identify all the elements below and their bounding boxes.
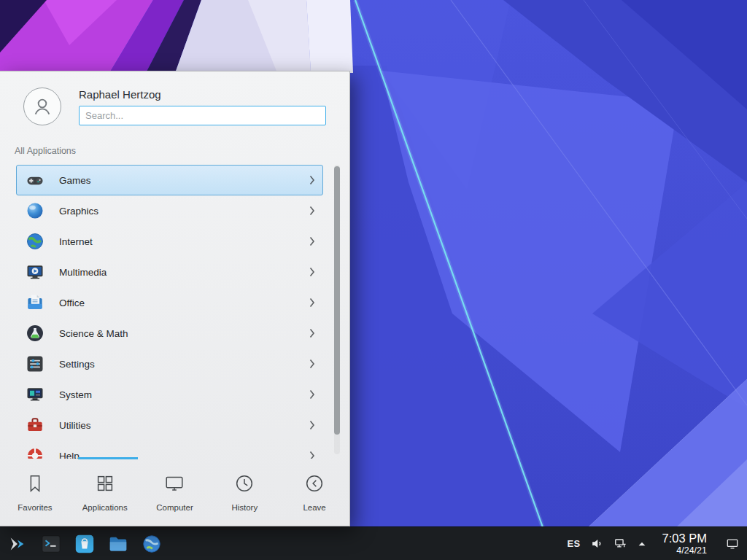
system-monitor-icon bbox=[24, 384, 46, 405]
category-label: Science & Math bbox=[59, 328, 309, 339]
internet-globe-icon bbox=[24, 230, 46, 252]
volume-icon[interactable] bbox=[590, 537, 604, 551]
category-list: Games Graphics bbox=[0, 159, 349, 459]
digital-clock[interactable]: 7:03 PM 4/24/21 bbox=[662, 532, 707, 555]
terminal-icon[interactable] bbox=[39, 532, 63, 556]
monitor-icon bbox=[163, 472, 185, 497]
clock-icon bbox=[233, 472, 255, 497]
footer-tabs: Favorites Applications Computer History bbox=[0, 459, 349, 526]
category-row-system[interactable]: System bbox=[16, 379, 323, 410]
category-row-settings[interactable]: Settings bbox=[16, 349, 323, 379]
category-label: Multimedia bbox=[59, 267, 309, 278]
show-desktop-icon[interactable] bbox=[725, 537, 740, 551]
taskbar-launcher-area bbox=[6, 532, 163, 556]
chevron-right-icon bbox=[309, 389, 315, 400]
chevron-right-icon bbox=[309, 175, 315, 185]
chevron-right-icon bbox=[309, 359, 315, 369]
category-row-games[interactable]: Games bbox=[16, 165, 323, 195]
system-tray: ES 7:03 PM 4/24/21 bbox=[568, 532, 740, 555]
category-label: Office bbox=[59, 298, 309, 308]
chevron-right-icon bbox=[309, 206, 315, 216]
category-row-internet[interactable]: Internet bbox=[16, 226, 323, 257]
user-icon bbox=[31, 95, 54, 118]
multimedia-icon bbox=[24, 261, 46, 283]
category-row-office[interactable]: Office bbox=[16, 287, 323, 318]
utilities-toolbox-icon bbox=[24, 414, 46, 436]
bookmark-icon bbox=[24, 472, 46, 497]
category-row-utilities[interactable]: Utilities bbox=[16, 410, 323, 440]
chevron-right-icon bbox=[309, 328, 315, 338]
help-lifebuoy-icon bbox=[24, 445, 46, 459]
category-label: Games bbox=[59, 175, 309, 186]
section-label: All Applications bbox=[0, 137, 349, 159]
user-avatar bbox=[23, 88, 61, 125]
launcher-header: Raphael Hertzog bbox=[0, 71, 349, 137]
scrollbar-thumb[interactable] bbox=[334, 166, 340, 435]
tab-label: Favorites bbox=[18, 503, 52, 512]
active-tab-indicator bbox=[78, 457, 138, 459]
tab-leave[interactable]: Leave bbox=[279, 459, 349, 526]
search-input[interactable] bbox=[79, 106, 326, 125]
software-center-icon[interactable] bbox=[73, 532, 96, 556]
category-label: Settings bbox=[59, 359, 309, 370]
file-manager-icon[interactable] bbox=[107, 532, 130, 556]
expand-tray-icon[interactable] bbox=[637, 539, 647, 549]
settings-sliders-icon bbox=[24, 353, 46, 375]
app-launcher-icon[interactable] bbox=[6, 532, 29, 556]
graphics-icon bbox=[24, 200, 46, 222]
tab-label: History bbox=[231, 503, 258, 512]
category-label: Internet bbox=[59, 236, 309, 247]
tab-favorites[interactable]: Favorites bbox=[0, 459, 70, 526]
tab-applications[interactable]: Applications bbox=[70, 459, 140, 526]
network-icon[interactable] bbox=[614, 537, 627, 551]
category-row-graphics[interactable]: Graphics bbox=[16, 195, 323, 226]
web-browser-icon[interactable] bbox=[140, 532, 163, 556]
tab-label: Computer bbox=[156, 503, 193, 512]
clock-time: 7:03 PM bbox=[662, 532, 707, 545]
chevron-right-icon bbox=[309, 267, 315, 277]
science-flask-icon bbox=[24, 322, 46, 344]
category-label: Utilities bbox=[59, 420, 309, 431]
category-row-multimedia[interactable]: Multimedia bbox=[16, 257, 323, 287]
clock-date: 4/24/21 bbox=[662, 545, 707, 556]
scrollbar[interactable] bbox=[334, 165, 340, 454]
tab-label: Applications bbox=[82, 503, 128, 512]
grid-icon bbox=[94, 472, 116, 497]
chevron-right-icon bbox=[309, 236, 315, 246]
office-document-icon bbox=[24, 292, 46, 314]
category-label: Graphics bbox=[59, 206, 309, 217]
tab-label: Leave bbox=[303, 503, 325, 512]
user-name: Raphael Hertzog bbox=[79, 88, 326, 101]
chevron-right-icon bbox=[309, 451, 315, 459]
category-label: System bbox=[59, 389, 309, 400]
tab-computer[interactable]: Computer bbox=[140, 459, 210, 526]
tab-history[interactable]: History bbox=[209, 459, 279, 526]
gamepad-icon bbox=[24, 169, 46, 191]
taskbar: ES 7:03 PM 4/24/21 bbox=[0, 526, 747, 560]
category-row-science[interactable]: Science & Math bbox=[16, 318, 323, 349]
chevron-right-icon bbox=[309, 420, 315, 430]
logout-icon bbox=[303, 472, 325, 497]
chevron-right-icon bbox=[309, 298, 315, 308]
application-launcher-menu: Raphael Hertzog All Applications Games bbox=[0, 71, 350, 526]
category-row-help[interactable]: Help bbox=[16, 440, 323, 459]
keyboard-layout-indicator[interactable]: ES bbox=[568, 538, 581, 549]
